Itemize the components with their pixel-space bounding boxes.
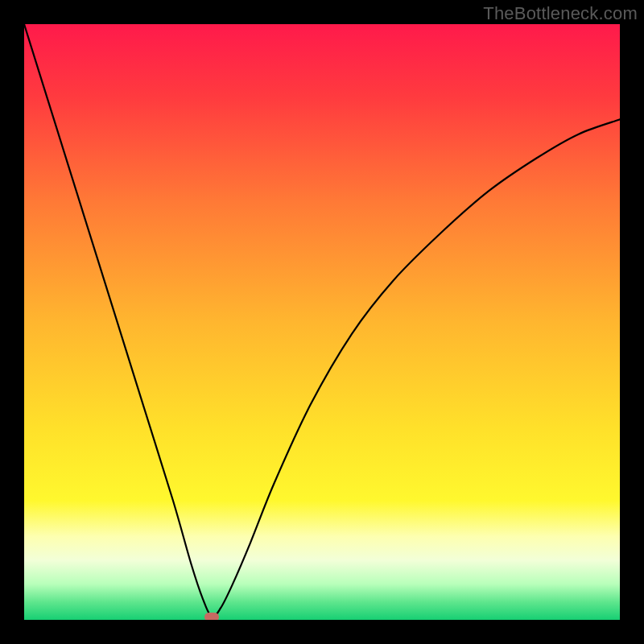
optimal-point-marker (204, 613, 219, 620)
plot-area (24, 24, 620, 620)
watermark-text: TheBottleneck.com (483, 3, 638, 24)
chart-frame: TheBottleneck.com (0, 0, 644, 644)
background-gradient (24, 24, 620, 620)
svg-rect-0 (24, 24, 620, 620)
